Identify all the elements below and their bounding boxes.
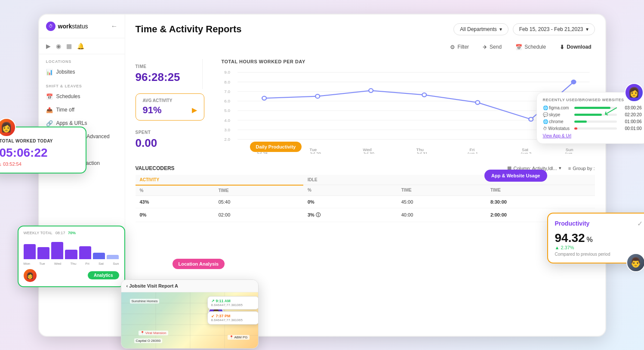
row1-idle-pct: 0%	[303, 195, 397, 208]
avatar-1: 👩	[0, 118, 16, 137]
time-stat-value: 96:28:25	[136, 71, 192, 84]
sidebar-collapse-button[interactable]: ←	[111, 22, 118, 30]
sidebar-timeoff-label: Time off	[56, 107, 75, 113]
sidebar-item-timeoff[interactable]: 📤 Time off	[39, 103, 125, 117]
send-button[interactable]: ✈ Send	[479, 42, 505, 52]
svg-point-18	[369, 88, 373, 92]
svg-point-19	[422, 93, 426, 96]
avatar-mini: 👩	[24, 269, 37, 282]
view-app-url-link[interactable]: View App & Url	[543, 133, 642, 138]
productivity-value: 94.32	[555, 231, 585, 245]
filter-button[interactable]: ⚙ Filter	[447, 42, 472, 52]
main-container: ⏱ workstatus ← ▶ ◉ ▦ 🔔 LOCATIONS 📊 Jobsi…	[38, 14, 606, 337]
page-title: Time & Activity Reports	[136, 24, 242, 35]
svg-text:3.0: 3.0	[224, 127, 230, 132]
map-tooltip-2: ↙ 7:37 PM 8.646447,77.381065	[207, 311, 259, 325]
time-stat: TIME 96:28:25	[136, 59, 203, 89]
data-table: ACTIVITY IDLE TIME % TIME % TIME TIME 43…	[136, 175, 595, 222]
svg-text:Aug 2: Aug 2	[520, 151, 531, 153]
group-icon: ≡	[568, 166, 571, 171]
activity-pct-header: %	[136, 185, 214, 196]
avatar-3: 👨	[626, 253, 644, 272]
play-triangle-icon: ▶	[192, 106, 197, 114]
chart-title: TOTAL HOURS WORKED PER DAY	[222, 59, 595, 64]
website-skype-name: 💬 skype	[543, 112, 571, 117]
svg-text:Jul 30: Jul 30	[363, 151, 374, 153]
sidebar-schedules-label: Schedules	[56, 93, 80, 99]
idle-pct-header: %	[303, 185, 397, 196]
schedule-icon: 📅	[515, 44, 522, 50]
logo-area: ⏱ workstatus ←	[39, 15, 125, 38]
back-icon[interactable]: ‹	[126, 283, 128, 288]
row1-activity-pct: 43%	[136, 195, 214, 208]
row2-idle-pct: 3% ⓘ	[303, 208, 397, 222]
website-row-skype: 💬 skype 02:20:20	[543, 112, 642, 117]
row2-idle-time: 40:00	[397, 208, 486, 222]
productivity-change: ▲ 2.37%	[555, 245, 643, 250]
row2-activity-time: 02:00	[214, 208, 303, 222]
header-controls: All Departments ▾ Feb 15, 2023 - Feb 21,…	[453, 23, 595, 35]
productivity-card: 👨 Productivity ✓ 94.32 % ▲ 2.37% Compare…	[547, 213, 644, 263]
activity-time-header: TIME	[214, 185, 303, 196]
website-skype-bar	[574, 114, 617, 116]
svg-text:9.0: 9.0	[224, 70, 230, 74]
filter-label: Filter	[457, 44, 469, 50]
location-header-text: Jobsite Visit Report A	[129, 283, 178, 288]
svg-text:Jul 29: Jul 29	[309, 151, 320, 153]
website-figma-name: 🌐 figma.com	[543, 105, 571, 110]
website-figma-bar	[574, 107, 617, 109]
worked-today-card: 👩 TOTAL WORKED TODAY 05:06:22 ↓ 03:52:54	[0, 127, 86, 173]
productivity-pct-symbol: %	[587, 236, 593, 244]
clock-icon[interactable]: ◉	[56, 43, 61, 50]
location-analysis-badge[interactable]: Location Analysis	[173, 259, 225, 269]
map-label-abm: 📍 ABM PG	[228, 335, 250, 340]
productivity-close-icon[interactable]: ✓	[637, 220, 643, 228]
worked-today-diff: ↓ 03:52:54	[0, 161, 79, 167]
play-icon[interactable]: ▶	[46, 43, 51, 50]
svg-point-16	[262, 96, 266, 100]
bell-icon[interactable]: 🔔	[77, 43, 84, 50]
avg-activity-label: AVG ACTIVITY	[143, 98, 197, 103]
download-label: Download	[567, 44, 591, 50]
table-row: 43% 05:40 0% 45:00 8:30:00	[136, 195, 595, 208]
group-by-selector[interactable]: ≡ Group by :	[568, 166, 595, 171]
dept-selector[interactable]: All Departments ▾	[453, 23, 508, 35]
productivity-card-header: Productivity ✓	[555, 220, 643, 228]
map-label-virat: 📍 Virat Mansion	[139, 331, 168, 335]
down-arrow-icon: ↓	[0, 161, 2, 167]
idle-header: IDLE	[303, 175, 486, 185]
website-row-figma: 🌐 figma.com 03:00:26	[543, 105, 642, 110]
sidebar-item-jobsites-1[interactable]: 📊 Jobsites	[39, 65, 125, 79]
dept-label: All Departments	[460, 26, 496, 32]
daily-productivity-bubble[interactable]: Daily Productivity	[250, 142, 302, 152]
map-tooltip-1: ↗ 9:11 AM 8.646447,77.381065	[207, 296, 259, 310]
sidebar-item-schedules[interactable]: 📅 Schedules	[39, 90, 125, 103]
activity-header: ACTIVITY	[136, 175, 303, 185]
send-label: Send	[490, 44, 502, 50]
productivity-title: Productivity	[555, 220, 590, 227]
svg-text:2.0: 2.0	[224, 137, 230, 141]
svg-text:7.0: 7.0	[224, 89, 230, 93]
grid-icon[interactable]: ▦	[66, 43, 72, 50]
worked-today-time: 05:06:22	[0, 146, 79, 160]
app-website-badge[interactable]: App & Website Usage	[484, 170, 547, 182]
website-workstatus-name: ⏱ Workstatus	[543, 126, 571, 131]
time-stat-label: TIME	[136, 64, 192, 69]
svg-text:Aug 1: Aug 1	[467, 151, 478, 153]
tooltip-1-coords: 8.646447,77.381065	[211, 303, 255, 307]
schedule-button[interactable]: 📅 Schedule	[512, 42, 549, 52]
website-row-workstatus: ⏱ Workstatus 00:01:00	[543, 126, 642, 131]
logo-icon: ⏱	[46, 22, 55, 31]
analytics-card: WEEKLY TOTAL 08:17 70% MonTueWedThuFriSa…	[18, 226, 125, 287]
date-selector[interactable]: Feb 15, 2023 - Feb 21,2023 ▾	[513, 23, 595, 35]
locations-section-label: LOCATIONS	[39, 54, 125, 65]
svg-point-21	[529, 117, 533, 121]
sidebar: ⏱ workstatus ← ▶ ◉ ▦ 🔔 LOCATIONS 📊 Jobsi…	[39, 15, 125, 336]
logo-text: workstatus	[58, 23, 88, 30]
toolbar: ⚙ Filter ✈ Send 📅 Schedule ⬇ Download	[136, 42, 595, 52]
download-button[interactable]: ⬇ Download	[556, 42, 595, 52]
sidebar-apps-urls-label: Apps & URLs	[56, 120, 87, 126]
shift-leaves-section-label: SHIFT & LEAVES	[39, 79, 125, 90]
sidebar-quick-icons: ▶ ◉ ▦ 🔔	[39, 38, 125, 54]
table-row: 0% 02:00 3% ⓘ 40:00 2:00:00	[136, 208, 595, 222]
